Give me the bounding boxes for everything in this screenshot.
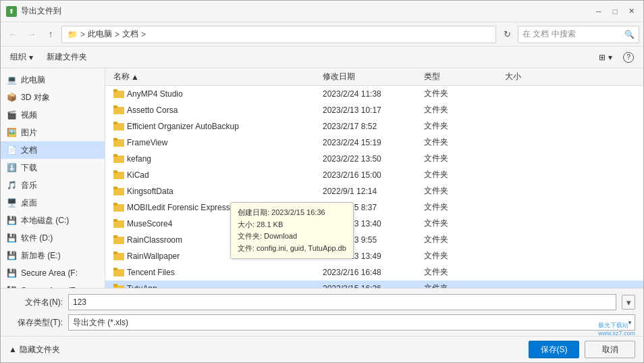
folder-icon bbox=[113, 105, 124, 116]
svg-rect-5 bbox=[113, 105, 117, 108]
file-row[interactable]: RainClassroom 2023/2/23 9:55 文件夹 bbox=[105, 232, 643, 248]
svg-rect-2 bbox=[113, 89, 117, 92]
search-box[interactable]: 在 文档 中搜索 🔍 bbox=[518, 26, 639, 43]
file-date-cell: 2023/2/17 8:52 bbox=[320, 122, 421, 131]
col-header-date[interactable]: 修改日期 bbox=[320, 71, 421, 82]
file-date-cell: 2023/2/24 11:38 bbox=[320, 89, 421, 99]
file-row[interactable]: FrameView 2023/2/24 15:19 文件夹 bbox=[105, 135, 643, 151]
view-chevron-icon: ▾ bbox=[608, 53, 612, 62]
file-name: FrameView bbox=[127, 138, 167, 147]
sidebar-item-pictures[interactable]: 🖼️ 图片 bbox=[1, 124, 105, 141]
filetype-row: 保存类型(T): 导出文件 (*.xls) bbox=[9, 314, 635, 331]
file-row[interactable]: MuseScore4 2023/2/23 13:40 文件夹 bbox=[105, 216, 643, 232]
file-row[interactable]: KingsoftData 2022/9/1 12:14 文件夹 bbox=[105, 183, 643, 199]
organize-button[interactable]: 组织 ▾ bbox=[6, 50, 37, 64]
file-name-cell: Assetto Corsa bbox=[111, 105, 320, 116]
hide-folders-button[interactable]: ▲ 隐藏文件夹 bbox=[9, 344, 60, 356]
sidebar-label-downloads: 下载 bbox=[21, 162, 37, 174]
file-row[interactable]: AnyMP4 Studio 2023/2/24 11:38 文件夹 bbox=[105, 86, 643, 102]
sidebar-item-desktop[interactable]: 🖥️ 桌面 bbox=[1, 194, 105, 212]
path-sep-1: > bbox=[80, 30, 85, 39]
file-type-cell: 文件夹 bbox=[421, 218, 502, 229]
file-name: KingsoftData bbox=[127, 187, 173, 196]
minimize-button[interactable]: ─ bbox=[592, 5, 606, 18]
file-row[interactable]: RainWallpaper 2023/2/23 13:49 文件夹 bbox=[105, 248, 643, 264]
folder-icon bbox=[113, 251, 124, 262]
file-row[interactable]: MOBILedit Forensic Express 2023/2/15 8:3… bbox=[105, 199, 643, 216]
col-header-size[interactable]: 大小 bbox=[502, 71, 556, 82]
filename-dropdown-btn[interactable]: ▾ bbox=[622, 295, 635, 310]
search-placeholder: 在 文档 中搜索 bbox=[522, 28, 576, 40]
path-root: 📁 bbox=[68, 30, 78, 39]
folder-icon bbox=[113, 170, 124, 180]
close-button[interactable]: ✕ bbox=[624, 5, 638, 18]
svg-rect-11 bbox=[113, 138, 117, 141]
sidebar-item-music[interactable]: 🎵 音乐 bbox=[1, 176, 105, 194]
file-row[interactable]: Assetto Corsa 2023/2/13 10:17 文件夹 bbox=[105, 102, 643, 118]
file-name: RainWallpaper bbox=[127, 251, 180, 261]
sidebar-item-videos[interactable]: 🎬 视频 bbox=[1, 106, 105, 124]
folder-icon bbox=[113, 186, 124, 197]
file-name: Efficient Organizer AutoBackup bbox=[127, 122, 239, 131]
sidebar-icon-this-pc: 💻 bbox=[6, 74, 17, 85]
new-folder-label: 新建文件夹 bbox=[47, 51, 87, 63]
file-date-cell: 2023/2/16 15:00 bbox=[320, 170, 421, 180]
filetype-select[interactable]: 导出文件 (*.xls) bbox=[68, 314, 635, 331]
svg-rect-35 bbox=[113, 268, 117, 270]
filename-label: 文件名(N): bbox=[9, 297, 63, 308]
folder-icon bbox=[113, 89, 124, 99]
col-type-label: 类型 bbox=[424, 71, 440, 82]
cancel-button[interactable]: 取消 bbox=[585, 341, 635, 358]
col-header-name[interactable]: 名称 ▲ bbox=[111, 71, 320, 82]
sidebar-icon-software-d: 💾 bbox=[6, 233, 17, 243]
tooltip-line1: 创建日期: 2023/2/15 16:36 bbox=[238, 207, 346, 219]
maximize-button[interactable]: □ bbox=[608, 5, 622, 18]
file-row[interactable]: Efficient Organizer AutoBackup 2023/2/17… bbox=[105, 118, 643, 135]
file-date-cell: 2023/2/22 13:50 bbox=[320, 154, 421, 164]
sidebar-item-downloads[interactable]: ⬇️ 下载 bbox=[1, 159, 105, 176]
file-name-cell: KiCad bbox=[111, 170, 320, 180]
file-row[interactable]: kefang 2023/2/22 13:50 文件夹 bbox=[105, 151, 643, 167]
file-name-cell: AnyMP4 Studio bbox=[111, 89, 320, 99]
file-type-cell: 文件夹 bbox=[421, 266, 502, 278]
file-type-cell: 文件夹 bbox=[421, 104, 502, 116]
file-date-cell: 2022/9/1 12:14 bbox=[320, 187, 421, 196]
up-button[interactable]: ↑ bbox=[43, 26, 59, 43]
folder-icon bbox=[113, 137, 124, 148]
filename-input[interactable] bbox=[68, 294, 616, 310]
file-name: Tencent Files bbox=[127, 268, 175, 277]
svg-rect-14 bbox=[113, 154, 117, 157]
bottom-section: 文件名(N): ▾ 保存类型(T): 导出文件 (*.xls) bbox=[1, 288, 643, 336]
back-button[interactable]: ← bbox=[5, 26, 21, 43]
help-button[interactable]: ? bbox=[619, 51, 638, 64]
file-row[interactable]: KiCad 2023/2/16 15:00 文件夹 bbox=[105, 167, 643, 183]
folder-icon bbox=[113, 121, 124, 132]
new-folder-button[interactable]: 新建文件夹 bbox=[43, 50, 91, 64]
sidebar-item-secure-area-f1[interactable]: 💾 Secure Area (F: bbox=[1, 264, 105, 282]
save-button[interactable]: 保存(S) bbox=[529, 341, 579, 358]
file-name-cell: FrameView bbox=[111, 137, 320, 148]
sidebar-item-new-volume-e[interactable]: 💾 新加卷 (E:) bbox=[1, 247, 105, 264]
hide-folders-label: 隐藏文件夹 bbox=[20, 344, 60, 356]
address-path[interactable]: 📁 > 此电脑 > 文档 > bbox=[61, 26, 496, 43]
sidebar-item-secure-area-f2[interactable]: 💾 Secure Area (F: bbox=[1, 282, 105, 288]
view-button[interactable]: ⊞ ▾ bbox=[595, 51, 616, 64]
sidebar-item-this-pc[interactable]: 💻 此电脑 bbox=[1, 71, 105, 89]
watermark-line1: 极光下载站 bbox=[598, 321, 635, 330]
svg-rect-20 bbox=[113, 187, 117, 189]
refresh-button[interactable]: ↻ bbox=[499, 26, 515, 43]
sidebar-item-documents[interactable]: 📄 文档 bbox=[1, 141, 105, 159]
sidebar-item-software-d[interactable]: 💾 软件 (D:) bbox=[1, 229, 105, 247]
sidebar-label-documents: 文档 bbox=[21, 145, 37, 156]
file-row[interactable]: TutuApp 2023/2/15 16:36 文件夹 bbox=[105, 281, 643, 288]
col-header-type[interactable]: 类型 bbox=[421, 71, 502, 82]
sidebar-item-local-disk-c[interactable]: 💾 本地磁盘 (C:) bbox=[1, 212, 105, 229]
col-date-label: 修改日期 bbox=[323, 71, 355, 82]
file-row[interactable]: Tencent Files 2023/2/16 16:48 文件夹 bbox=[105, 264, 643, 281]
sidebar-item-3d-objects[interactable]: 📦 3D 对象 bbox=[1, 89, 105, 106]
forward-button[interactable]: → bbox=[24, 26, 40, 43]
dialog-title: 导出文件到 bbox=[21, 5, 592, 17]
folder-icon bbox=[113, 218, 124, 229]
svg-rect-8 bbox=[113, 122, 117, 124]
path-thispc: 此电脑 bbox=[88, 28, 112, 40]
